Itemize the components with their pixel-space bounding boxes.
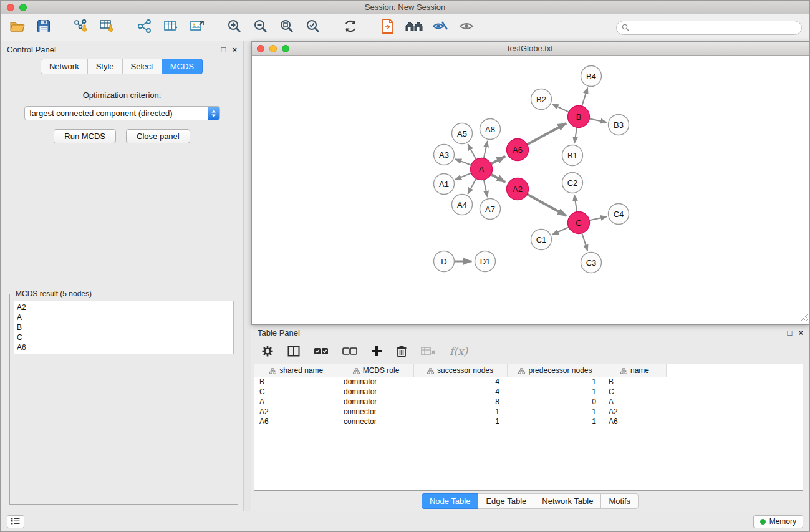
column-header-name[interactable]: name	[604, 364, 666, 377]
close-panel-button[interactable]: Close panel	[126, 129, 190, 143]
table-tab-motifs[interactable]: Motifs	[600, 493, 639, 509]
table-cell-filler	[666, 407, 803, 417]
hide-panel-button[interactable]	[428, 17, 452, 38]
control-panel-tab-select[interactable]: Select	[122, 59, 162, 74]
table-panel-tabs: Node TableEdge TableNetwork TableMotifs	[251, 491, 809, 511]
add-column-icon[interactable]	[371, 346, 382, 357]
table-cell: 1	[413, 417, 507, 427]
svg-text:A2: A2	[513, 185, 523, 194]
mcds-result-item[interactable]: B	[17, 322, 231, 332]
control-panel: Control Panel □ × NetworkStyleSelectMCDS…	[1, 41, 244, 511]
table-row[interactable]: Adominator80A	[254, 397, 803, 407]
export-image-icon	[190, 19, 205, 36]
task-history-button[interactable]	[7, 515, 24, 528]
float-panel-icon[interactable]: □	[221, 46, 226, 54]
manual-button[interactable]	[376, 17, 400, 38]
graph-node-A8[interactable]: A8	[480, 119, 501, 140]
open-session-button[interactable]	[6, 17, 29, 38]
search-input[interactable]	[616, 21, 802, 35]
refresh-button[interactable]	[339, 17, 362, 38]
graph-node-A1[interactable]: A1	[434, 174, 455, 195]
column-visibility-icon[interactable]	[287, 346, 300, 357]
memory-button[interactable]: Memory	[753, 515, 803, 528]
graph-node-B2[interactable]: B2	[531, 89, 552, 110]
show-panel-button[interactable]	[455, 17, 478, 38]
float-table-panel-icon[interactable]: □	[788, 329, 793, 337]
resize-grip-icon[interactable]	[801, 312, 808, 324]
zoom-in-button[interactable]	[223, 17, 246, 38]
table-cell: A2	[604, 407, 666, 417]
graph-node-C2[interactable]: C2	[562, 173, 583, 193]
column-header-label: name	[630, 366, 649, 375]
graph-node-A5[interactable]: A5	[452, 123, 473, 144]
table-row[interactable]: A2connector11A2	[254, 407, 803, 417]
home-button[interactable]	[402, 17, 426, 38]
mcds-result-item[interactable]: A6	[17, 342, 231, 352]
table-cell: dominator	[339, 397, 413, 407]
import-table-button[interactable]	[95, 17, 119, 38]
close-panel-icon[interactable]: ×	[232, 46, 237, 54]
settings-gear-icon[interactable]	[261, 345, 274, 357]
graph-node-A6[interactable]: A6	[507, 139, 529, 161]
column-header-shared-name[interactable]: shared name	[254, 364, 339, 377]
control-panel-tab-style[interactable]: Style	[87, 59, 123, 74]
run-mcds-button[interactable]: Run MCDS	[54, 129, 116, 143]
table-row[interactable]: A6connector11A6	[254, 417, 803, 427]
zoom-out-button[interactable]	[249, 17, 272, 38]
graph-node-C4[interactable]: C4	[609, 204, 629, 225]
select-all-icon[interactable]	[314, 347, 329, 355]
main-toolbar	[1, 14, 809, 41]
graph-node-B3[interactable]: B3	[609, 115, 629, 135]
graph-node-A2[interactable]: A2	[507, 178, 529, 200]
import-network-button[interactable]	[69, 17, 93, 38]
mcds-result-item[interactable]: A2	[17, 302, 231, 312]
save-session-button[interactable]	[32, 17, 55, 38]
table-row[interactable]: Bdominator41B	[254, 377, 803, 387]
column-header-mcds-role[interactable]: MCDS role	[339, 364, 413, 377]
graph-node-B[interactable]: B	[568, 106, 590, 128]
control-panel-title: Control Panel	[7, 45, 56, 54]
mcds-result-item[interactable]: C	[17, 332, 231, 342]
hide-panel-icon	[432, 20, 448, 35]
graph-node-D[interactable]: D	[434, 251, 455, 272]
zoom-fit-button[interactable]	[275, 17, 299, 38]
graph-node-A3[interactable]: A3	[434, 145, 455, 165]
table-tab-edge-table[interactable]: Edge Table	[478, 493, 534, 509]
table-tab-node-table[interactable]: Node Table	[422, 493, 479, 509]
table-tab-network-table[interactable]: Network Table	[534, 493, 601, 509]
graph-node-C3[interactable]: C3	[581, 253, 602, 273]
close-table-panel-icon[interactable]: ×	[798, 329, 803, 337]
column-header-successor-nodes[interactable]: successor nodes	[413, 364, 507, 377]
dropdown-selected-value: largest connected component (directed)	[25, 109, 208, 118]
svg-text:B4: B4	[586, 72, 596, 81]
graph-node-B4[interactable]: B4	[581, 66, 602, 87]
delete-icon[interactable]	[396, 345, 407, 357]
graph-node-A7[interactable]: A7	[480, 199, 501, 220]
function-builder-label[interactable]: f(x)	[450, 345, 468, 357]
graph-node-D1[interactable]: D1	[475, 251, 496, 272]
task-list-icon	[11, 516, 20, 527]
delete-table-icon[interactable]	[421, 346, 436, 356]
graph-node-A4[interactable]: A4	[452, 195, 473, 215]
control-panel-tab-mcds[interactable]: MCDS	[162, 59, 203, 74]
svg-text:B2: B2	[536, 95, 546, 104]
svg-text:A1: A1	[439, 180, 449, 189]
network-canvas[interactable]: B4B2BB3A5A8A6B1A3AC2A1A2A4A7C4CC1C3DD1	[252, 56, 809, 324]
graph-node-A[interactable]: A	[471, 158, 493, 180]
graph-node-C[interactable]: C	[568, 212, 590, 234]
graph-node-B1[interactable]: B1	[562, 145, 583, 166]
table-row[interactable]: Cdominator41C	[254, 387, 803, 397]
control-panel-tabs: NetworkStyleSelectMCDS	[1, 59, 243, 78]
column-header-label: predecessor nodes	[528, 366, 592, 375]
zoom-selected-button[interactable]	[301, 17, 325, 38]
mcds-result-group: MCDS result (5 nodes) A2ABCA6	[9, 289, 238, 505]
deselect-all-icon[interactable]	[342, 347, 357, 355]
graph-node-C1[interactable]: C1	[531, 230, 552, 250]
optimization-criterion-select[interactable]: largest connected component (directed)	[24, 106, 220, 120]
control-panel-tab-network[interactable]: Network	[41, 59, 88, 74]
column-header-predecessor-nodes[interactable]: predecessor nodes	[507, 364, 604, 377]
mcds-result-item[interactable]: A	[17, 312, 231, 322]
new-network-button[interactable]	[133, 17, 157, 38]
new-table-button[interactable]	[159, 17, 183, 38]
export-image-button[interactable]	[185, 17, 209, 38]
